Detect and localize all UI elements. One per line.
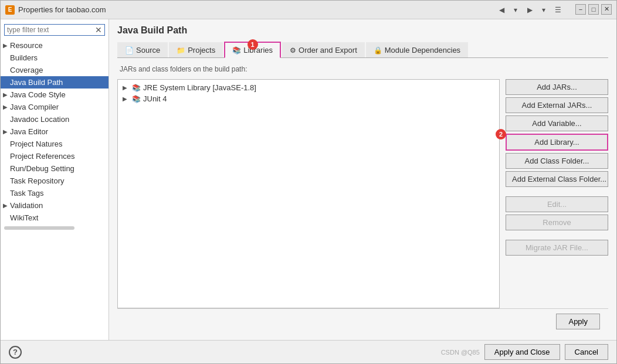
- close-button[interactable]: ✕: [601, 4, 612, 15]
- sidebar-item-resource[interactable]: ▶ Resource: [1, 39, 109, 52]
- arrow-icon: ▶: [3, 42, 8, 49]
- menu-btn[interactable]: ☰: [552, 4, 564, 16]
- libraries-icon: 📚: [232, 46, 241, 55]
- arrow-icon: ▶: [3, 128, 8, 135]
- tab-order-export[interactable]: ⚙ Order and Export: [282, 42, 365, 57]
- maximize-button[interactable]: □: [588, 4, 599, 15]
- remove-button[interactable]: Remove: [506, 215, 608, 230]
- tree-panel: ▶ 📚 JRE System Library [JavaSE-1.8] ▶ 📚 …: [117, 79, 500, 308]
- buttons-panel: Add JARs... Add External JARs... Add Var…: [506, 79, 608, 308]
- projects-icon: 📁: [177, 46, 185, 55]
- jre-icon: 📚: [132, 84, 141, 92]
- add-library-button[interactable]: Add Library...: [506, 134, 608, 151]
- apply-button[interactable]: Apply: [556, 314, 600, 329]
- sidebar-item-label: WikiText: [10, 213, 38, 222]
- back-dropdown-btn[interactable]: ▾: [510, 4, 521, 16]
- sidebar-item-label: Coverage: [10, 66, 43, 74]
- sidebar-item-validation[interactable]: ▶ Validation: [1, 199, 109, 212]
- main-content: ✕ ▶ Resource Builders Coverage Java Buil…: [1, 19, 616, 340]
- sidebar-item-builders[interactable]: Builders: [1, 52, 109, 64]
- sidebar-item-label: Validation: [10, 201, 43, 210]
- sidebar-item-label: Java Code Style: [10, 90, 66, 99]
- add-external-class-folder-button[interactable]: Add External Class Folder...: [506, 171, 608, 187]
- junit-icon: 📚: [132, 95, 141, 103]
- titlebar-controls: ◀ ▾ ▶ ▾ ☰ − □ ✕: [496, 4, 612, 16]
- sidebar-item-label: Task Repository: [10, 176, 64, 185]
- module-icon: 🔒: [374, 46, 382, 55]
- sidebar-item-java-editor[interactable]: ▶ Java Editor: [1, 125, 109, 138]
- filter-clear-icon[interactable]: ✕: [95, 26, 102, 34]
- sidebar-item-project-natures[interactable]: Project Natures: [1, 138, 109, 150]
- sidebar-item-label: Builders: [10, 53, 38, 62]
- content-area: ▶ 📚 JRE System Library [JavaSE-1.8] ▶ 📚 …: [117, 79, 608, 308]
- source-icon: 📄: [125, 46, 134, 55]
- edit-button[interactable]: Edit...: [506, 196, 608, 212]
- tab-label: Source: [136, 46, 160, 55]
- build-path-label: JARs and class folders on the build path…: [117, 63, 608, 76]
- sidebar-item-label: Run/Debug Setting: [10, 164, 74, 173]
- sidebar-item-project-references[interactable]: Project References: [1, 150, 109, 162]
- migrate-jar-button[interactable]: Migrate JAR File...: [506, 240, 608, 256]
- panel-title: Java Build Path: [117, 25, 608, 36]
- add-class-folder-button[interactable]: Add Class Folder...: [506, 153, 608, 169]
- sidebar-item-label: Java Editor: [10, 127, 48, 136]
- cancel-button[interactable]: Cancel: [565, 344, 608, 360]
- filter-box[interactable]: ✕: [4, 24, 105, 36]
- arrow-icon: ▶: [3, 104, 8, 110]
- add-external-jars-button[interactable]: Add External JARs...: [506, 97, 608, 113]
- app-icon: E: [5, 5, 15, 15]
- tree-item-label: JUnit 4: [143, 94, 167, 103]
- sidebar-item-label: Resource: [10, 41, 43, 50]
- libraries-badge: 1: [248, 39, 258, 50]
- help-icon[interactable]: ?: [9, 346, 22, 359]
- sidebar-item-javadoc-location[interactable]: Javadoc Location: [1, 113, 109, 125]
- tree-item-label: JRE System Library [JavaSE-1.8]: [143, 83, 256, 92]
- tabs-row: 📄 Source 📁 Projects 1 📚 Libraries ⚙ Orde…: [117, 42, 608, 58]
- arrow-icon: ▶: [3, 202, 8, 209]
- sidebar: ✕ ▶ Resource Builders Coverage Java Buil…: [1, 19, 109, 340]
- sidebar-item-label: Project References: [10, 152, 75, 161]
- tree-item-junit[interactable]: ▶ 📚 JUnit 4: [120, 93, 497, 104]
- sidebar-item-wikitext[interactable]: WikiText: [1, 212, 109, 224]
- back-btn[interactable]: ◀: [496, 4, 507, 16]
- sidebar-item-label: Java Compiler: [10, 103, 59, 111]
- sidebar-item-label: Task Tags: [10, 189, 44, 198]
- forward-btn[interactable]: ▶: [524, 4, 535, 16]
- tab-source[interactable]: 📄 Source: [117, 42, 168, 57]
- tab-label: Module Dependencies: [385, 46, 460, 55]
- add-variable-button[interactable]: Add Variable...: [506, 115, 608, 131]
- sidebar-item-label: Java Build Path: [10, 78, 63, 87]
- sidebar-item-label: Project Natures: [10, 140, 63, 148]
- add-jars-button[interactable]: Add JARs...: [506, 79, 608, 95]
- sidebar-item-java-compiler[interactable]: ▶ Java Compiler: [1, 101, 109, 113]
- sidebar-item-task-tags[interactable]: Task Tags: [1, 187, 109, 199]
- tab-libraries[interactable]: 1 📚 Libraries: [224, 42, 281, 58]
- arrow-icon: ▶: [3, 91, 8, 98]
- filter-input[interactable]: [7, 26, 95, 34]
- tab-module-dependencies[interactable]: 🔒 Module Dependencies: [366, 42, 468, 57]
- sidebar-item-label: Javadoc Location: [10, 115, 69, 124]
- window-title: Properties for taobao.com: [18, 5, 492, 14]
- tree-item-jre[interactable]: ▶ 📚 JRE System Library [JavaSE-1.8]: [120, 82, 497, 93]
- titlebar: E Properties for taobao.com ◀ ▾ ▶ ▾ ☰ − …: [1, 1, 616, 19]
- minimize-button[interactable]: −: [575, 4, 586, 15]
- tab-label: Order and Export: [299, 46, 357, 55]
- sidebar-item-java-code-style[interactable]: ▶ Java Code Style: [1, 89, 109, 101]
- forward-dropdown-btn[interactable]: ▾: [538, 4, 550, 16]
- tree-arrow-icon: ▶: [123, 96, 130, 102]
- tree-arrow-icon: ▶: [123, 84, 130, 91]
- tab-label: Projects: [188, 46, 215, 55]
- watermark: CSDN @Q85: [441, 349, 480, 356]
- apply-close-button[interactable]: Apply and Close: [484, 344, 560, 360]
- sidebar-item-run-debug[interactable]: Run/Debug Setting: [1, 162, 109, 175]
- footer-right: CSDN @Q85 Apply and Close Cancel: [441, 344, 608, 360]
- add-library-badge: 2: [496, 129, 506, 140]
- right-panel: Java Build Path 📄 Source 📁 Projects 1 📚 …: [109, 19, 616, 340]
- sidebar-item-coverage[interactable]: Coverage: [1, 64, 109, 76]
- main-window: E Properties for taobao.com ◀ ▾ ▶ ▾ ☰ − …: [0, 0, 617, 364]
- order-icon: ⚙: [290, 46, 296, 55]
- sidebar-item-java-build-path[interactable]: Java Build Path: [1, 76, 109, 89]
- tab-projects[interactable]: 📁 Projects: [169, 42, 223, 57]
- sidebar-item-task-repository[interactable]: Task Repository: [1, 175, 109, 187]
- footer-bar: ? CSDN @Q85 Apply and Close Cancel: [1, 340, 616, 363]
